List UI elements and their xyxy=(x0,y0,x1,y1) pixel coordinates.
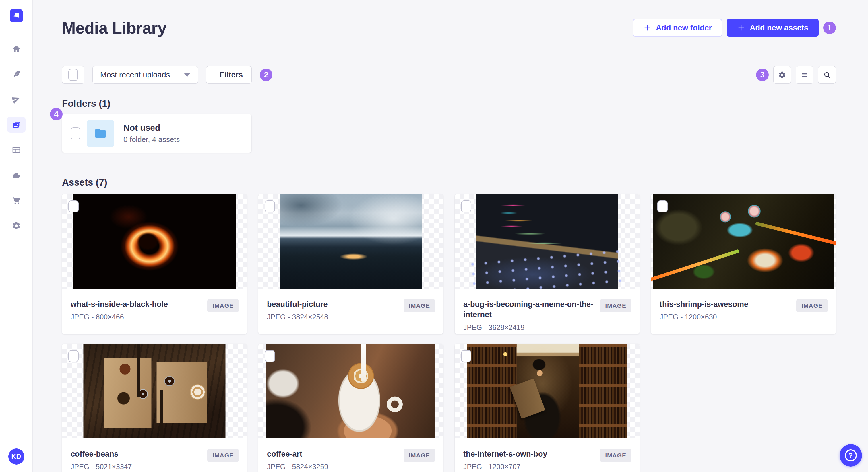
page-title: Media Library xyxy=(62,19,166,37)
sort-dropdown-value: Most recent uploads xyxy=(100,71,170,79)
search-icon xyxy=(823,71,831,79)
select-all-checkbox[interactable] xyxy=(68,69,78,81)
coffee-beans-image xyxy=(84,344,226,438)
asset-thumbnail xyxy=(62,344,247,438)
asset-type-badge: IMAGE xyxy=(600,449,631,462)
sidebar-item-media-library[interactable] xyxy=(7,117,26,133)
home-icon xyxy=(12,44,21,54)
asset-thumbnail xyxy=(455,344,640,438)
asset-card[interactable]: coffee-beans JPEG - 5021×3347 IMAGE xyxy=(62,344,247,472)
asset-card[interactable]: this-shrimp-is-awesome JPEG - 1200×630 I… xyxy=(651,194,836,334)
folders-heading: Folders (1) xyxy=(62,98,836,109)
page-header: Media Library Add new folder Add new ass… xyxy=(62,19,836,37)
sidebar-nav xyxy=(7,32,26,234)
coffee-art-image xyxy=(266,344,435,438)
list-view-button[interactable] xyxy=(796,66,813,84)
asset-checkbox[interactable] xyxy=(657,200,668,212)
asset-meta: JPEG - 1200×707 xyxy=(463,463,596,471)
toolbar-right: 3 xyxy=(756,66,836,84)
add-new-folder-button[interactable]: Add new folder xyxy=(633,19,722,37)
folder-card[interactable]: Not used 0 folder, 4 assets xyxy=(62,114,251,153)
folder-title: Not used xyxy=(123,123,180,133)
asset-card[interactable]: beautiful-picture JPEG - 3824×2548 IMAGE xyxy=(258,194,443,334)
toolbar-left: Most recent uploads Filters 2 xyxy=(62,66,272,84)
add-new-assets-button[interactable]: Add new assets xyxy=(727,19,818,37)
folder-checkbox[interactable] xyxy=(71,127,81,139)
sidebar-item-home[interactable] xyxy=(7,41,26,57)
plus-icon xyxy=(737,24,745,32)
add-new-assets-label: Add new assets xyxy=(750,24,808,32)
asset-card[interactable]: the-internet-s-own-boy JPEG - 1200×707 I… xyxy=(455,344,640,472)
asset-checkbox[interactable] xyxy=(461,350,471,362)
paper-plane-icon xyxy=(12,95,21,104)
asset-title: the-internet-s-own-boy xyxy=(463,449,596,459)
asset-checkbox[interactable] xyxy=(68,350,79,362)
sidebar-item-deploy[interactable] xyxy=(7,92,26,107)
annotation-badge-4: 4 xyxy=(50,108,63,121)
asset-thumbnail xyxy=(455,194,640,289)
select-all-button[interactable] xyxy=(62,66,84,84)
annotation-badge-2: 2 xyxy=(260,69,272,81)
user-avatar[interactable]: KD xyxy=(8,448,24,465)
plus-icon xyxy=(643,24,651,32)
asset-type-badge: IMAGE xyxy=(404,299,435,312)
gear-icon xyxy=(12,221,21,230)
asset-card[interactable]: coffee-art JPEG - 5824×3259 IMAGE xyxy=(258,344,443,472)
search-button[interactable] xyxy=(818,66,836,84)
asset-meta: JPEG - 800×466 xyxy=(71,313,204,321)
folder-meta: 0 folder, 4 assets xyxy=(123,135,180,144)
asset-thumbnail xyxy=(62,194,247,289)
asset-type-badge: IMAGE xyxy=(207,449,239,462)
folder-icon xyxy=(94,127,107,140)
asset-card[interactable]: a-bug-is-becoming-a-meme-on-the-internet… xyxy=(455,194,640,334)
strapi-logo[interactable] xyxy=(10,9,23,22)
folder-texts: Not used 0 folder, 4 assets xyxy=(121,123,180,144)
grid-settings-button[interactable] xyxy=(773,66,791,84)
asset-checkbox[interactable] xyxy=(265,200,275,212)
asset-type-badge: IMAGE xyxy=(600,299,631,312)
list-icon xyxy=(801,71,809,79)
asset-meta: JPEG - 1200×630 xyxy=(660,313,793,321)
sidebar-item-marketplace[interactable] xyxy=(7,193,26,208)
laptop-code-image xyxy=(476,194,618,289)
asset-thumbnail xyxy=(258,344,443,438)
asset-meta: JPEG - 3628×2419 xyxy=(463,324,596,332)
folders-section: 4 Folders (1) Not used 0 folder, 4 asset… xyxy=(62,98,836,153)
mountains-image xyxy=(280,194,422,289)
sort-dropdown[interactable]: Most recent uploads xyxy=(92,66,198,84)
asset-thumbnail xyxy=(651,194,836,289)
asset-checkbox[interactable] xyxy=(461,200,471,212)
gear-icon xyxy=(778,71,786,79)
question-mark-icon: ? xyxy=(845,449,857,461)
cloud-icon xyxy=(12,171,21,180)
sidebar-item-settings[interactable] xyxy=(7,217,26,234)
shrimp-image xyxy=(653,194,834,289)
main-content: Media Library Add new folder Add new ass… xyxy=(32,19,868,472)
filters-button[interactable]: Filters xyxy=(206,66,252,84)
strapi-logo-icon xyxy=(11,11,21,21)
toolbar: Most recent uploads Filters 2 3 xyxy=(62,66,836,84)
chevron-down-icon xyxy=(184,73,190,77)
asset-card[interactable]: what-s-inside-a-black-hole JPEG - 800×46… xyxy=(62,194,247,334)
sidebar-item-cloud[interactable] xyxy=(7,167,26,183)
asset-checkbox[interactable] xyxy=(68,200,79,212)
asset-meta: JPEG - 5824×3259 xyxy=(267,463,400,471)
media-library-icon xyxy=(12,120,21,129)
sidebar: KD xyxy=(0,0,33,472)
folder-tile xyxy=(87,120,114,147)
filters-label: Filters xyxy=(220,71,243,79)
asset-type-badge: IMAGE xyxy=(207,299,239,312)
add-new-folder-label: Add new folder xyxy=(656,24,712,32)
asset-checkbox[interactable] xyxy=(265,350,275,362)
help-button[interactable]: ? xyxy=(840,444,862,467)
feather-icon xyxy=(12,70,21,79)
assets-grid: what-s-inside-a-black-hole JPEG - 800×46… xyxy=(62,194,836,472)
annotation-badge-3: 3 xyxy=(756,69,769,81)
library-boy-image xyxy=(467,344,627,438)
asset-title: coffee-beans xyxy=(71,449,204,459)
asset-meta: JPEG - 3824×2548 xyxy=(267,313,400,321)
asset-title: what-s-inside-a-black-hole xyxy=(71,299,204,309)
sidebar-item-content-manager[interactable] xyxy=(7,66,26,82)
sidebar-item-content-type-builder[interactable] xyxy=(7,142,26,158)
black-hole-image xyxy=(73,194,236,289)
